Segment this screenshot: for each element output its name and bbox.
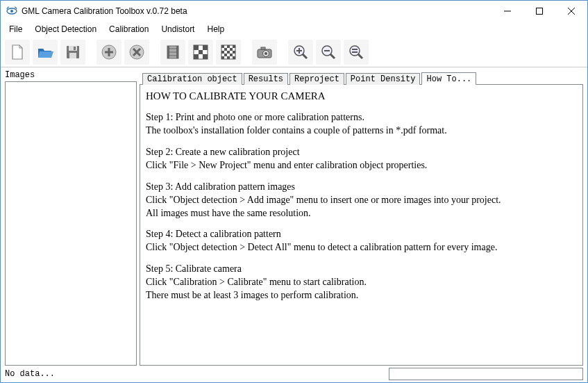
svg-rect-38 bbox=[230, 54, 233, 56]
svg-point-1 bbox=[10, 10, 13, 13]
svg-rect-8 bbox=[69, 53, 76, 58]
window-controls bbox=[492, 1, 587, 22]
svg-rect-39 bbox=[221, 56, 224, 59]
status-text: No data... bbox=[5, 369, 389, 379]
svg-rect-24 bbox=[203, 45, 208, 50]
menu-calibration[interactable]: Calibration bbox=[103, 23, 154, 35]
svg-point-53 bbox=[350, 46, 360, 56]
status-right-box bbox=[389, 368, 583, 380]
menu-file[interactable]: File bbox=[3, 23, 28, 35]
camera-icon bbox=[255, 43, 274, 61]
camera-button[interactable] bbox=[252, 40, 277, 65]
tab-results[interactable]: Results bbox=[244, 73, 288, 85]
toolbar bbox=[1, 37, 587, 67]
zoom-out-button[interactable] bbox=[316, 40, 341, 65]
svg-rect-35 bbox=[227, 51, 230, 54]
app-icon bbox=[6, 6, 17, 17]
maximize-icon bbox=[536, 8, 543, 15]
howto-step2: Step 2: Create a new calibration project… bbox=[146, 146, 577, 172]
new-file-icon bbox=[8, 43, 26, 61]
svg-line-54 bbox=[358, 54, 362, 58]
menubar: File Object Detection Calibration Undist… bbox=[1, 22, 587, 37]
svg-rect-40 bbox=[227, 56, 230, 59]
zoom-fit-button[interactable] bbox=[344, 40, 369, 65]
svg-rect-27 bbox=[203, 54, 208, 59]
zoom-fit-icon bbox=[347, 43, 365, 61]
film-icon bbox=[164, 43, 182, 61]
howto-content: HOW TO CALIBRATE YOUR CAMERA Step 1: Pri… bbox=[140, 84, 583, 366]
svg-rect-7 bbox=[69, 46, 77, 51]
tab-point-density[interactable]: Point Density bbox=[346, 73, 421, 85]
new-file-button[interactable] bbox=[5, 40, 30, 65]
howto-step5: Step 5: Calibrate camera Click "Calibrat… bbox=[146, 263, 577, 302]
maximize-button[interactable] bbox=[523, 1, 555, 22]
svg-rect-37 bbox=[224, 54, 227, 56]
svg-point-45 bbox=[264, 52, 267, 55]
menu-object-detection[interactable]: Object Detection bbox=[29, 23, 102, 35]
images-panel-label: Images bbox=[5, 70, 137, 80]
howto-step4: Step 4: Detect a calibration pattern Cli… bbox=[146, 228, 577, 254]
right-panel: Calibration object Results Reproject Poi… bbox=[140, 70, 583, 366]
film-button[interactable] bbox=[160, 40, 185, 65]
svg-rect-30 bbox=[227, 45, 230, 48]
svg-line-47 bbox=[303, 54, 307, 58]
svg-rect-32 bbox=[224, 48, 227, 51]
checker-small-icon bbox=[219, 43, 237, 61]
svg-line-51 bbox=[330, 54, 335, 58]
svg-rect-23 bbox=[194, 45, 199, 50]
svg-rect-31 bbox=[233, 45, 235, 48]
checker-small-button[interactable] bbox=[216, 40, 241, 65]
menu-undistort[interactable]: Undistort bbox=[156, 23, 200, 35]
titlebar: GML Camera Calibration Toolbox v.0.72 be… bbox=[1, 1, 587, 22]
close-icon bbox=[568, 8, 575, 15]
tab-how-to[interactable]: How To... bbox=[421, 72, 476, 85]
svg-rect-43 bbox=[261, 47, 265, 49]
save-button[interactable] bbox=[60, 40, 85, 65]
open-button[interactable] bbox=[33, 40, 58, 65]
checker-large-icon bbox=[192, 43, 210, 61]
remove-button[interactable] bbox=[124, 40, 149, 65]
svg-rect-29 bbox=[221, 45, 224, 48]
svg-rect-3 bbox=[537, 8, 543, 15]
remove-icon bbox=[128, 43, 146, 61]
checker-large-button[interactable] bbox=[188, 40, 213, 65]
app-window: GML Camera Calibration Toolbox v.0.72 be… bbox=[0, 0, 588, 383]
left-panel: Images bbox=[5, 70, 137, 366]
zoom-in-icon bbox=[292, 43, 310, 61]
svg-rect-33 bbox=[230, 48, 233, 51]
zoom-out-icon bbox=[319, 43, 337, 61]
add-icon bbox=[100, 43, 118, 61]
minimize-button[interactable] bbox=[492, 1, 523, 22]
svg-rect-9 bbox=[74, 47, 76, 50]
close-button[interactable] bbox=[555, 1, 587, 22]
statusbar: No data... bbox=[1, 366, 587, 382]
svg-rect-41 bbox=[233, 56, 235, 59]
save-icon bbox=[64, 43, 82, 61]
content-area: Images Calibration object Results Reproj… bbox=[1, 67, 587, 366]
howto-step3: Step 3: Add calibration pattern images C… bbox=[146, 181, 577, 220]
add-button[interactable] bbox=[96, 40, 121, 65]
window-title: GML Camera Calibration Toolbox v.0.72 be… bbox=[22, 6, 492, 16]
menu-help[interactable]: Help bbox=[201, 23, 230, 35]
svg-rect-25 bbox=[199, 50, 203, 54]
images-list[interactable] bbox=[5, 81, 137, 366]
zoom-in-button[interactable] bbox=[288, 40, 313, 65]
svg-rect-34 bbox=[221, 51, 224, 54]
svg-rect-36 bbox=[233, 51, 235, 54]
minimize-icon bbox=[504, 8, 511, 15]
open-folder-icon bbox=[36, 43, 54, 61]
howto-step1: Step 1: Print and photo one or more cali… bbox=[146, 111, 577, 138]
tab-reproject[interactable]: Reproject bbox=[289, 73, 344, 85]
svg-rect-26 bbox=[194, 54, 199, 59]
tab-strip: Calibration object Results Reproject Poi… bbox=[140, 70, 583, 84]
howto-heading: HOW TO CALIBRATE YOUR CAMERA bbox=[146, 89, 577, 103]
tab-calibration-object[interactable]: Calibration object bbox=[142, 73, 242, 85]
